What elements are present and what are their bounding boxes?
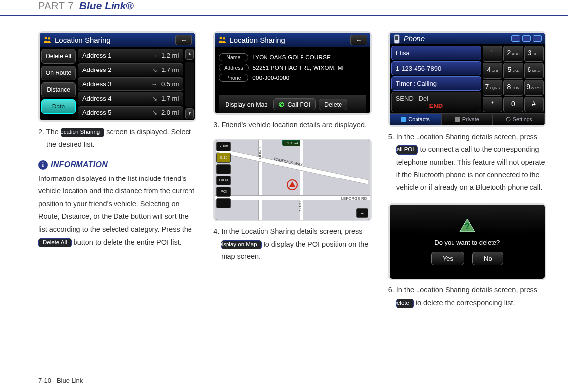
column-1: Location Sharing ← Delete All On Route D… xyxy=(38,31,196,310)
tab-private[interactable]: Private xyxy=(441,113,493,125)
arrow-icon: ↘ xyxy=(152,67,157,73)
device-title: Location Sharing xyxy=(229,36,285,44)
call-timer: Timer : Calling xyxy=(391,76,481,91)
key-hash[interactable]: # xyxy=(524,97,544,112)
status-icons xyxy=(511,35,542,42)
battery-icon xyxy=(511,35,520,42)
screenshot-location-sharing-details: Location Sharing ← NameLYON OAKS GOLF CO… xyxy=(213,31,371,115)
delete-pill: Delete xyxy=(396,299,414,308)
people-icon xyxy=(218,36,227,44)
information-heading: i INFORMATION xyxy=(38,160,196,170)
signal-icon xyxy=(522,35,531,42)
key-9[interactable]: 9WXYZ xyxy=(524,80,544,96)
display-on-map-pill: Display on Map xyxy=(221,240,261,249)
svg-text:?: ? xyxy=(465,222,470,231)
svg-point-0 xyxy=(45,37,47,39)
contacts-icon xyxy=(401,117,406,122)
name-value: LYON OAKS GOLF COURSE xyxy=(252,54,331,60)
key-5[interactable]: 5JKL xyxy=(503,63,523,78)
svg-point-2 xyxy=(220,37,222,39)
arrow-icon: → xyxy=(151,81,157,88)
call-name: Elisa xyxy=(391,46,481,60)
map-scale-button[interactable]: 700ft xyxy=(216,142,231,151)
map-zoom-in-button[interactable]: + xyxy=(216,198,231,208)
arrow-icon: ↘ xyxy=(152,109,157,116)
svg-point-1 xyxy=(48,37,50,40)
list-item[interactable]: Address 4↘1.7 mi xyxy=(78,92,183,105)
distance-button[interactable]: Distance xyxy=(41,82,76,97)
address-label: Address 2 xyxy=(82,66,149,73)
page-footer: 7-10 Blue Link xyxy=(38,377,83,384)
key-6[interactable]: 6MNO xyxy=(524,63,544,78)
key-3[interactable]: 3DEF xyxy=(524,46,544,62)
del-button[interactable]: Del xyxy=(419,95,429,102)
delete-all-button[interactable]: Delete All xyxy=(41,49,76,64)
map-zoom-out-button[interactable]: − xyxy=(356,208,368,218)
warning-icon: ? xyxy=(459,218,476,233)
key-8[interactable]: 8TUV xyxy=(503,80,523,96)
key-4[interactable]: 4GHI xyxy=(483,63,502,78)
step-6-text: 6. In the Location Sharing details scree… xyxy=(388,284,546,310)
list-item[interactable]: Address 1→1.2 mi xyxy=(78,49,183,62)
address-label: Address 1 xyxy=(82,52,148,59)
tab-contacts[interactable]: Contacts xyxy=(390,113,442,125)
distance-value: 1.2 mi xyxy=(161,52,179,59)
scrollbar-track[interactable] xyxy=(185,62,194,107)
people-icon xyxy=(43,36,52,44)
delete-all-pill: Delete All xyxy=(38,238,72,248)
page-number: 7-10 xyxy=(38,377,51,384)
back-button[interactable]: ← xyxy=(175,35,192,45)
page-header: PART 7 Blue Link® xyxy=(0,0,568,16)
scroll-down-button[interactable]: ▼ xyxy=(185,108,194,119)
map-tool-button[interactable] xyxy=(216,164,231,174)
key-7[interactable]: 7PQRS xyxy=(483,80,502,96)
phone-value: 000-000-0000 xyxy=(252,75,289,81)
list-item[interactable]: Address 3→0.5 mi xyxy=(78,77,183,91)
display-on-map-button[interactable]: Display on Map xyxy=(222,99,270,110)
svg-rect-6 xyxy=(401,117,406,122)
map-time-button[interactable]: 9:15 xyxy=(216,153,231,163)
address-label: Address 3 xyxy=(82,80,148,88)
header-title: Blue Link® xyxy=(79,0,134,11)
info-icon: i xyxy=(38,160,48,170)
map-poi-button[interactable]: POI xyxy=(216,187,231,197)
step-3-text: 3. Friend's vehicle location details are… xyxy=(213,119,371,132)
call-poi-button[interactable]: ✆Call POI xyxy=(273,98,316,110)
key-2[interactable]: 2ABC xyxy=(503,46,523,62)
call-controls: SEND Del END xyxy=(391,92,481,112)
list-item[interactable]: Address 5↘2.0 mi xyxy=(78,106,183,119)
private-icon xyxy=(455,117,460,122)
phone-label: Phone xyxy=(219,74,248,82)
step-2-text: 2. The Location Sharing screen is displa… xyxy=(38,126,196,151)
key-1[interactable]: 1 xyxy=(483,46,502,62)
on-route-button[interactable]: On Route xyxy=(41,66,76,80)
end-button[interactable]: END xyxy=(429,102,443,109)
bt-icon xyxy=(533,35,542,42)
list-item[interactable]: Address 2↘1.7 mi xyxy=(78,63,183,76)
delete-button[interactable]: Delete xyxy=(319,99,347,110)
call-number: 1-123-456-7890 xyxy=(391,61,481,75)
arrow-icon: → xyxy=(151,52,157,59)
no-button[interactable]: No xyxy=(472,252,503,265)
svg-point-3 xyxy=(223,37,226,40)
address-value: 52251 PONTIAC TRL, WIXOM, MI xyxy=(253,65,344,71)
step-5-text: 5. In the Location Sharing details scree… xyxy=(388,131,546,194)
road-label: ES RD xyxy=(298,201,302,213)
svg-rect-7 xyxy=(455,117,460,122)
map-data-button[interactable]: DATA xyxy=(216,176,231,185)
screenshot-delete-confirm: ? Do you want to delete? Yes No xyxy=(388,203,546,280)
screenshot-map: 1.2 mi PADDOCK WAY LEFORGE RD HUNTE ES R… xyxy=(213,139,371,221)
key-0[interactable]: 0 xyxy=(503,97,523,112)
header-part: PART 7 xyxy=(38,0,74,11)
column-3: Phone Elisa 1-123-456-7890 Timer : Calli… xyxy=(388,31,546,310)
device-title: Location Sharing xyxy=(55,36,111,44)
yes-button[interactable]: Yes xyxy=(431,252,464,265)
tab-settings[interactable]: Settings xyxy=(493,113,545,125)
scroll-up-button[interactable]: ▲ xyxy=(185,49,194,60)
key-star[interactable]: * xyxy=(483,97,502,112)
date-button[interactable]: Date xyxy=(41,99,76,114)
send-button[interactable]: SEND xyxy=(396,95,414,102)
call-poi-pill: Call POI xyxy=(396,145,418,155)
back-button[interactable]: ← xyxy=(350,35,367,45)
arrow-icon: ↘ xyxy=(152,95,157,102)
